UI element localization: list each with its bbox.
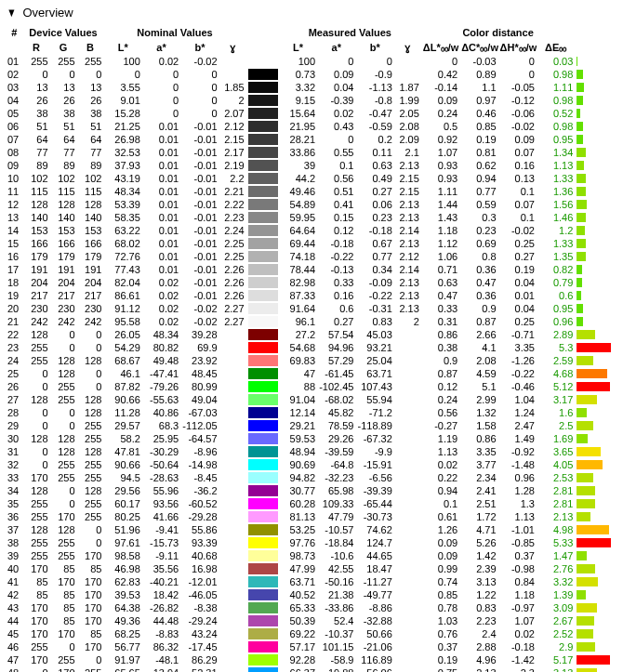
cell: -0.01 (180, 250, 219, 263)
cell (394, 471, 421, 484)
cell: 66.37 (279, 666, 317, 672)
cell: 0.04 (498, 276, 537, 289)
cell: 1.87 (394, 81, 421, 94)
cell (394, 406, 421, 419)
color-swatch (248, 498, 278, 509)
swatch-cell (246, 393, 279, 406)
cell: 59.53 (279, 432, 317, 445)
de-bar-cell (575, 159, 617, 172)
de-value: 0.98 (537, 120, 575, 133)
cell: -0.09 (355, 276, 393, 289)
cell: 0.01 (142, 159, 180, 172)
cell: 128 (23, 393, 50, 406)
hdr-mg: ɣ (394, 40, 421, 55)
color-swatch (248, 368, 278, 379)
cell: 2.13 (394, 198, 421, 211)
table-row: 1719119119177.430.01-0.012.2678.44-0.130… (6, 263, 617, 276)
de-bar-cell (575, 510, 617, 523)
table-row: 031313133.55001.853.320.04-1.131.87-0.14… (6, 81, 617, 94)
cell: 57.17 (279, 640, 317, 653)
cell: 65.33 (279, 601, 317, 614)
de-bar-cell (575, 172, 617, 185)
cell: 37.93 (103, 159, 141, 172)
de-bar-cell (575, 419, 617, 432)
cell (394, 588, 421, 601)
cell: -0.01 (180, 185, 219, 198)
cell: 56.77 (103, 640, 141, 653)
table-row: 250128046.1-47.4148.4547-61.4563.710.874… (6, 367, 617, 380)
cell: 0.09 (421, 536, 459, 549)
table-row: 2023023023091.120.02-0.022.2791.640.6-0.… (6, 302, 617, 315)
color-swatch (248, 667, 278, 672)
cell: 49.36 (103, 614, 141, 627)
de-bar-cell (575, 341, 617, 354)
de-bar-cell (575, 588, 617, 601)
swatch-cell (246, 302, 279, 315)
cell: 2.39 (459, 562, 497, 575)
section-header[interactable]: ▼ Overview (6, 6, 623, 20)
cell: 39.53 (103, 588, 141, 601)
cell: 0 (77, 68, 104, 81)
de-bar (577, 213, 586, 222)
cell: 0 (142, 68, 180, 81)
cell: 9.15 (279, 94, 317, 107)
cell: 06 (6, 120, 23, 133)
de-bar (577, 460, 603, 469)
cell: -0.59 (355, 120, 393, 133)
color-swatch (248, 186, 278, 197)
de-bar (577, 83, 584, 92)
cell: 47.79 (317, 510, 355, 523)
cell: 26 (6, 380, 23, 393)
cell: 64 (50, 133, 77, 146)
de-bar-cell (575, 328, 617, 341)
de-value: 1.33 (537, 237, 575, 250)
disclosure-triangle-icon[interactable]: ▼ (7, 6, 16, 20)
cell: 1.49 (498, 432, 537, 445)
color-swatch (248, 95, 278, 106)
de-value: 0.98 (537, 94, 575, 107)
cell: 0 (23, 445, 50, 458)
de-bar-cell (575, 549, 617, 562)
cell: 49.48 (142, 354, 180, 367)
cell: 153 (50, 224, 77, 237)
cell: 0.01 (142, 172, 180, 185)
table-row: 2712825512890.66-55.6349.0491.04-68.0255… (6, 393, 617, 406)
swatch-cell (246, 185, 279, 198)
cell (394, 341, 421, 354)
cell: 0.19 (421, 653, 459, 666)
cell: 255 (50, 549, 77, 562)
cell: 2.12 (394, 250, 421, 263)
cell: 0.51 (317, 185, 355, 198)
cell: 28.21 (279, 133, 317, 146)
table-row: 012552552551000.02-0.02100000-0.0300.03 (6, 55, 617, 68)
cell: 0 (50, 640, 77, 653)
swatch-cell (246, 81, 279, 94)
cell: -0.22 (317, 250, 355, 263)
cell: 85 (50, 562, 77, 575)
cell: 0 (142, 81, 180, 94)
cell: 47.99 (279, 562, 317, 575)
cell: 10 (6, 172, 23, 185)
cell: 0 (77, 328, 104, 341)
cell: 81.13 (279, 510, 317, 523)
hdr-dL: ΔL*₀₀/w (421, 40, 459, 55)
hdr-na: a* (142, 40, 180, 55)
de-value: 3.65 (537, 445, 575, 458)
cell: 0 (180, 94, 219, 107)
de-value: 3.32 (537, 575, 575, 588)
de-bar-cell (575, 536, 617, 549)
cell: 191 (50, 263, 77, 276)
cell: -1.48 (498, 458, 537, 471)
cell: 0.75 (421, 666, 459, 672)
swatch-cell (246, 653, 279, 666)
color-swatch (248, 342, 278, 353)
cell: 255 (23, 341, 50, 354)
cell: 26.05 (103, 328, 141, 341)
color-swatch (248, 316, 278, 327)
cell: 13 (23, 81, 50, 94)
de-value: 1.47 (537, 549, 575, 562)
cell: 18 (6, 276, 23, 289)
table-row: 232550054.2980.8269.954.6894.9693.210.38… (6, 341, 617, 354)
swatch-cell (246, 198, 279, 211)
cell: 0 (50, 328, 77, 341)
